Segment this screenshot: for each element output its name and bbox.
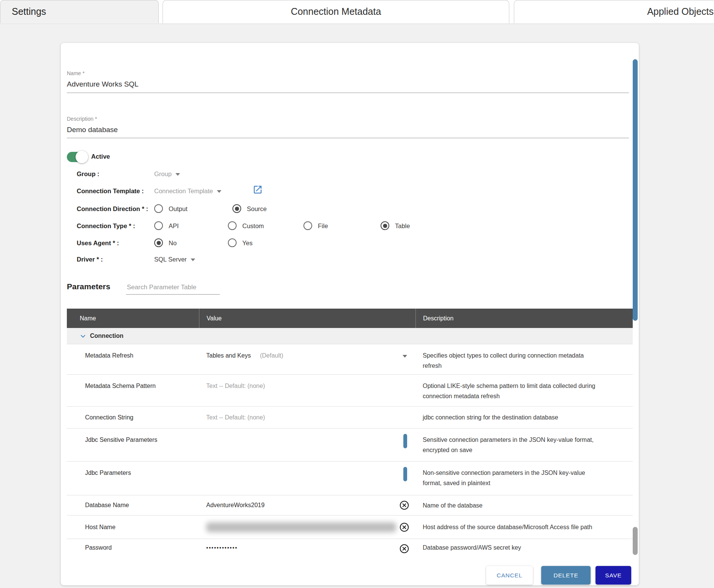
connection-type-label: Connection Type * :	[77, 222, 135, 230]
radio-api-label: API	[169, 222, 179, 230]
radio-yes-label: Yes	[242, 240, 253, 247]
connection-template-label: Connection Template :	[77, 188, 144, 195]
uses-agent-label: Uses Agent * :	[77, 240, 119, 247]
card-scrollbar-thumb[interactable]	[633, 59, 638, 321]
table-row: Host Name Host address of the source dat…	[67, 515, 633, 539]
parameters-title: Parameters	[67, 282, 110, 291]
group-select[interactable]: Group	[154, 170, 180, 178]
param-description: Sensitive connection parameters in the J…	[415, 429, 633, 461]
radio-custom[interactable]	[228, 221, 237, 230]
active-label: Active	[91, 153, 110, 160]
parameter-search-input[interactable]	[126, 282, 220, 295]
settings-card: Name * Adventure Works SQL Description *…	[61, 43, 639, 585]
tab-applied-objects[interactable]: Applied Objects	[514, 0, 714, 23]
radio-api[interactable]	[154, 221, 163, 230]
tab-bar: Settings Connection Metadata Applied Obj…	[0, 0, 714, 24]
caret-down-icon	[191, 259, 195, 261]
name-input[interactable]: Adventure Works SQL	[67, 80, 139, 88]
delete-button[interactable]: DELETE	[541, 566, 591, 585]
radio-custom-label: Custom	[242, 222, 264, 230]
param-value-input[interactable]: Text -- Default: (none)	[199, 414, 415, 421]
param-value-input[interactable]: Text -- Default: (none)	[199, 375, 415, 406]
caret-down-icon	[217, 190, 221, 193]
parameters-table: Name Value Description Connection Metada…	[67, 309, 633, 556]
param-name: Metadata Refresh	[67, 344, 199, 374]
table-row: Password •••••••••••• Database password/…	[67, 539, 633, 556]
column-header-description: Description	[415, 309, 633, 328]
group-row-label: Connection	[90, 333, 123, 339]
radio-output-label: Output	[169, 205, 188, 213]
radio-source-label: Source	[247, 205, 267, 213]
radio-file[interactable]	[303, 221, 312, 230]
caret-down-icon	[175, 173, 180, 176]
param-value-json[interactable]	[199, 462, 415, 495]
table-row: Database Name AdventureWorks2019 Name of…	[67, 495, 633, 515]
connection-direction-label: Connection Direction * :	[77, 205, 148, 213]
clear-value-icon[interactable]	[399, 544, 409, 554]
driver-label: Driver * :	[77, 256, 103, 263]
description-underline	[67, 138, 629, 138]
table-row: Connection String Text -- Default: (none…	[67, 407, 633, 429]
radio-yes[interactable]	[228, 238, 237, 247]
group-row-connection[interactable]: Connection	[67, 328, 633, 344]
param-description: Non-sensitive connection parameters in t…	[415, 462, 633, 495]
radio-table[interactable]	[381, 221, 389, 230]
param-description: Database password/AWS secret key	[415, 539, 633, 556]
table-row: Metadata Refresh Tables and Keys(Default…	[67, 344, 633, 375]
param-description: Specifies object types to collect during…	[415, 344, 633, 374]
param-description: Name of the database	[415, 500, 633, 511]
redacted-host-value	[206, 522, 396, 532]
chevron-down-icon	[80, 333, 86, 339]
name-label: Name *	[67, 70, 85, 76]
radio-table-label: Table	[395, 222, 410, 230]
param-name: Password	[67, 539, 199, 556]
radio-output[interactable]	[154, 204, 163, 213]
table-scrollbar-thumb[interactable]	[633, 527, 638, 555]
table-row: Metadata Schema Pattern Text -- Default:…	[67, 375, 633, 407]
column-header-name: Name	[67, 309, 199, 328]
param-value-input[interactable]	[199, 522, 415, 532]
clear-value-icon[interactable]	[399, 522, 409, 532]
name-underline	[67, 93, 629, 93]
json-editor-bar-icon[interactable]	[403, 467, 407, 481]
param-name: Connection String	[67, 414, 199, 421]
param-description: Optional LIKE-style schema pattern to li…	[415, 375, 633, 406]
column-header-value: Value	[199, 309, 415, 328]
toggle-knob-icon	[76, 151, 88, 163]
connection-template-select[interactable]: Connection Template	[154, 188, 221, 195]
param-name: Metadata Schema Pattern	[67, 375, 199, 406]
table-row: Jdbc Sensitive Parameters Sensitive conn…	[67, 429, 633, 462]
description-input[interactable]: Demo database	[67, 126, 118, 134]
caret-down-icon[interactable]	[403, 355, 407, 358]
tab-connection-metadata[interactable]: Connection Metadata	[163, 0, 509, 23]
save-button[interactable]: SAVE	[596, 566, 631, 585]
radio-no-label: No	[169, 240, 177, 247]
radio-source[interactable]	[232, 204, 241, 213]
param-value-input[interactable]: AdventureWorks2019	[199, 502, 415, 509]
table-header-row: Name Value Description	[67, 309, 633, 328]
group-label: Group :	[77, 170, 100, 178]
table-row: Jdbc Parameters Non-sensitive connection…	[67, 462, 633, 495]
radio-no[interactable]	[154, 238, 163, 247]
param-value-json[interactable]	[199, 429, 415, 461]
driver-select[interactable]: SQL Server	[154, 256, 195, 263]
open-in-new-icon[interactable]	[253, 184, 263, 196]
param-name: Jdbc Sensitive Parameters	[67, 429, 199, 461]
cancel-button[interactable]: CANCEL	[486, 566, 533, 585]
tab-settings[interactable]: Settings	[0, 0, 159, 23]
json-editor-bar-icon[interactable]	[403, 434, 407, 448]
param-description: Host address of the source database/Micr…	[415, 522, 633, 532]
default-note: (Default)	[260, 352, 283, 359]
param-description: jdbc connection string for the destinati…	[415, 412, 633, 422]
description-label: Description *	[67, 116, 97, 122]
param-value-input[interactable]: ••••••••••••	[199, 539, 415, 556]
param-value-dropdown[interactable]: Tables and Keys(Default)	[199, 344, 415, 374]
param-name: Host Name	[67, 524, 199, 531]
param-name: Database Name	[67, 502, 199, 509]
clear-value-icon[interactable]	[399, 500, 409, 511]
radio-file-label: File	[318, 222, 328, 230]
active-toggle[interactable]	[67, 152, 87, 162]
page: Settings Connection Metadata Applied Obj…	[0, 0, 714, 588]
param-name: Jdbc Parameters	[67, 462, 199, 495]
